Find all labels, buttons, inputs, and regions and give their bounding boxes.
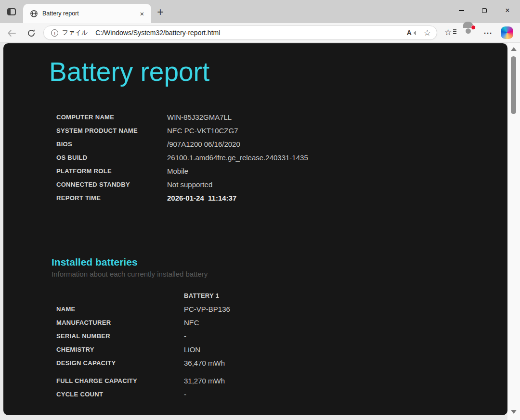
table-header-row: BATTERY 1 — [56, 289, 507, 302]
row-value: - — [184, 390, 186, 398]
row-label: CONNECTED STANDBY — [56, 181, 167, 188]
row-value: 2026-01-24 11:14:37 — [167, 194, 236, 202]
table-row: PLATFORM ROLE Mobile — [56, 164, 507, 178]
row-label: FULL CHARGE CAPACITY — [56, 377, 184, 384]
row-value: Not supported — [167, 180, 212, 189]
address-bar[interactable]: i ファイル C:/Windows/System32/battery-repor… — [43, 25, 437, 40]
page-info-icon[interactable]: i — [51, 29, 58, 37]
settings-more-button[interactable]: ··· — [481, 27, 495, 38]
maximize-icon — [482, 8, 487, 13]
row-value: Mobile — [167, 167, 188, 175]
row-value: WIN-85J32GMA7LL — [167, 113, 232, 121]
close-icon: × — [505, 7, 509, 14]
favorites-lines-icon — [453, 29, 456, 35]
row-value: NEC — [184, 318, 199, 327]
browser-toolbar: i ファイル C:/Windows/System32/battery-repor… — [0, 23, 520, 43]
notification-dot — [471, 25, 476, 30]
profile-avatar-button[interactable] — [461, 26, 475, 39]
content-area: Battery report COMPUTER NAME WIN-85J32GM… — [0, 43, 520, 420]
favorites-button[interactable]: ☆ — [444, 28, 456, 39]
scrollbar-up-arrow-icon[interactable] — [511, 47, 517, 51]
window-controls: × — [450, 0, 519, 21]
row-label: CYCLE COUNT — [56, 391, 184, 398]
installed-batteries-section: Installed batteries Information about ea… — [52, 256, 507, 278]
table-row: CYCLE COUNT - — [56, 387, 507, 401]
table-row: SERIAL NUMBER - — [56, 329, 507, 343]
read-aloud-button[interactable]: A — [407, 29, 416, 37]
row-value: 31,270 mWh — [184, 377, 225, 385]
copilot-icon — [501, 26, 513, 39]
row-label: CHEMISTRY — [56, 346, 184, 353]
row-value: LiON — [184, 345, 200, 354]
table-row: OS BUILD 26100.1.amd64fre.ge_release.240… — [56, 151, 507, 164]
table-row: SYSTEM PRODUCT NAME NEC PC-VKT10CZG7 — [56, 124, 507, 137]
battery-table: BATTERY 1 NAME PC-VP-BP136 MANUFACTURER … — [56, 289, 507, 401]
row-value: 36,470 mWh — [184, 359, 225, 367]
table-row: MANUFACTURER NEC — [56, 316, 507, 329]
row-value: 26100.1.amd64fre.ge_release.240331-1435 — [167, 153, 308, 162]
table-row: DESIGN CAPACITY 36,470 mWh — [56, 356, 507, 369]
globe-icon — [30, 10, 38, 18]
favorites-star-icon: ☆ — [444, 28, 452, 37]
row-label: MANUFACTURER — [56, 319, 184, 326]
row-value: - — [184, 332, 186, 340]
tab-title: Battery report — [42, 10, 137, 17]
row-label: NAME — [56, 305, 184, 313]
section-subtitle: Information about each currently install… — [52, 270, 507, 278]
read-aloud-wave-icon — [411, 30, 416, 36]
tab-strip: Battery report × + × — [0, 0, 520, 23]
table-row: COMPUTER NAME WIN-85J32GMA7LL — [56, 110, 507, 124]
row-value: PC-VP-BP136 — [184, 305, 230, 313]
row-value: NEC PC-VKT10CZG7 — [167, 127, 238, 135]
row-label: SERIAL NUMBER — [56, 332, 184, 340]
table-row: NAME PC-VP-BP136 — [56, 302, 507, 316]
minimize-icon — [459, 10, 464, 11]
bookmark-star-icon[interactable]: ☆ — [424, 29, 431, 37]
table-row: REPORT TIME 2026-01-24 11:14:37 — [56, 191, 507, 204]
row-label: SYSTEM PRODUCT NAME — [56, 127, 167, 134]
table-row: CHEMISTRY LiON — [56, 343, 507, 356]
page-scrollbar[interactable] — [507, 43, 520, 420]
url-scheme-label: ファイル — [62, 28, 88, 37]
url-text[interactable]: C:/Windows/System32/battery-report.html — [95, 29, 406, 37]
minimize-button[interactable] — [450, 0, 473, 21]
row-label: DESIGN CAPACITY — [56, 359, 184, 367]
back-arrow-icon — [7, 28, 16, 38]
refresh-icon — [27, 29, 36, 38]
row-label: REPORT TIME — [56, 194, 167, 202]
tab-actions-menu-button[interactable] — [5, 5, 18, 18]
column-header: BATTERY 1 — [184, 292, 219, 299]
table-row: BIOS /907A1200 06/16/2020 — [56, 137, 507, 151]
browser-tab[interactable]: Battery report × — [23, 4, 151, 23]
tab-close-icon[interactable]: × — [137, 8, 147, 19]
refresh-button[interactable] — [26, 27, 37, 39]
battery-report-page: Battery report COMPUTER NAME WIN-85J32GM… — [3, 43, 507, 415]
section-title: Installed batteries — [52, 256, 507, 268]
close-button[interactable]: × — [496, 0, 519, 21]
tab-actions-icon — [7, 8, 16, 15]
scrollbar-thumb[interactable] — [511, 56, 516, 114]
row-label: PLATFORM ROLE — [56, 167, 167, 175]
page-title: Battery report — [49, 57, 507, 87]
row-label: OS BUILD — [56, 154, 167, 161]
system-info-table: COMPUTER NAME WIN-85J32GMA7LL SYSTEM PRO… — [56, 110, 507, 204]
new-tab-button[interactable]: + — [154, 6, 167, 18]
back-button[interactable] — [6, 27, 17, 39]
table-row: CONNECTED STANDBY Not supported — [56, 178, 507, 191]
copilot-button[interactable] — [501, 26, 513, 39]
row-value: /907A1200 06/16/2020 — [167, 140, 240, 148]
row-label: COMPUTER NAME — [56, 114, 167, 121]
row-label: BIOS — [56, 140, 167, 148]
scrollbar-down-arrow-icon[interactable] — [511, 410, 517, 414]
maximize-button[interactable] — [473, 0, 496, 21]
table-row: FULL CHARGE CAPACITY 31,270 mWh — [56, 374, 507, 387]
